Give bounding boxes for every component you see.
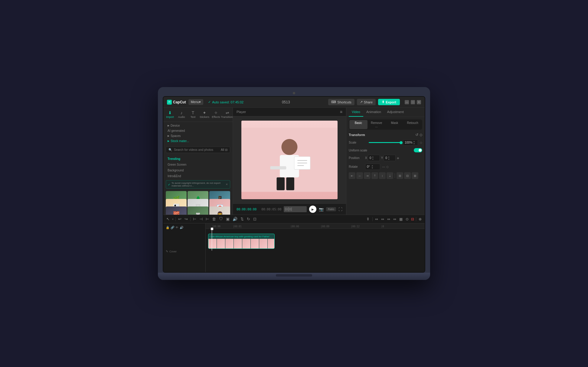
- fullscreen-icon[interactable]: ⛶: [338, 207, 342, 212]
- crop-btn[interactable]: ▣: [225, 216, 230, 222]
- position-x-input[interactable]: 0 ▲ ▼: [368, 155, 380, 161]
- align-tr-btn[interactable]: ⊠: [412, 172, 418, 179]
- pos-y-up[interactable]: ▲: [388, 156, 390, 158]
- video-clip[interactable]: Cute African-American boy with greeting …: [208, 234, 275, 249]
- subtab-basic[interactable]: Basic: [349, 120, 368, 129]
- align-vcenter-btn[interactable]: ↕: [379, 172, 386, 179]
- scale-slider[interactable]: [369, 142, 401, 143]
- close-button[interactable]: ✕: [417, 100, 421, 104]
- pos-x-down[interactable]: ▼: [372, 158, 374, 160]
- diamond-reset-icon[interactable]: ◇: [420, 133, 422, 137]
- toolbar-item-effects[interactable]: ✧ Effects: [211, 109, 221, 120]
- eye-icon[interactable]: 👁: [175, 226, 178, 229]
- crop-tl-btn[interactable]: ⊡: [253, 216, 257, 222]
- arrow-icon-2: ▶: [168, 135, 169, 137]
- volume-icon[interactable]: 🔊: [180, 226, 183, 229]
- toolbar-item-audio[interactable]: ♪ Audio: [176, 109, 187, 120]
- category-trending[interactable]: Trending: [166, 156, 230, 162]
- uniform-scale-toggle[interactable]: [414, 148, 422, 152]
- flip-btn[interactable]: ⇅: [240, 216, 244, 222]
- media-thumb-8[interactable]: ❤ ⬇: [188, 206, 208, 215]
- trim-right-btn[interactable]: ⊢: [205, 216, 210, 222]
- menu-button[interactable]: Menu▾: [188, 99, 204, 105]
- rotate-up[interactable]: ▲: [371, 164, 374, 167]
- toolbar-item-transitions[interactable]: ⇌ Transitions: [222, 109, 233, 120]
- tab-adjustment[interactable]: Adjustment: [384, 108, 407, 117]
- scale-input[interactable]: 100% ▲ ▼: [403, 139, 418, 146]
- tab-video[interactable]: Video: [349, 108, 363, 117]
- magnet-btn[interactable]: ⇔: [374, 216, 379, 222]
- rotate-keyframe-btn[interactable]: ◇: [386, 165, 389, 168]
- unlink-btn[interactable]: ⇔: [387, 216, 391, 222]
- mic-btn[interactable]: 🎙: [366, 216, 371, 222]
- audio-btn[interactable]: 🔊: [232, 216, 238, 222]
- scale-down-btn[interactable]: ▼: [413, 143, 415, 145]
- search-input[interactable]: [174, 148, 219, 151]
- align-tc-btn[interactable]: ⊟: [404, 172, 411, 179]
- link-btn[interactable]: ⇔: [381, 216, 385, 222]
- pos-y-down[interactable]: ▼: [388, 158, 390, 160]
- maximize-button[interactable]: □: [411, 100, 415, 104]
- undo-btn[interactable]: ↩: [178, 216, 182, 222]
- trim-left-btn[interactable]: ⊣: [199, 216, 203, 222]
- camera-icon[interactable]: 📷: [319, 207, 324, 212]
- freeze-btn[interactable]: ⊙: [405, 216, 409, 222]
- share-button[interactable]: ↗ Share: [357, 99, 376, 105]
- tab-animation[interactable]: Animation: [363, 108, 384, 117]
- rotate-minus-btn[interactable]: —: [382, 165, 385, 168]
- toolbar-item-text[interactable]: T Text: [188, 109, 198, 120]
- category-green-screen[interactable]: Green Screen: [166, 162, 230, 167]
- align-tl-btn[interactable]: ⊞: [397, 172, 403, 179]
- shield-btn[interactable]: ⛉: [218, 216, 224, 222]
- subtab-remove[interactable]: Remove ...: [368, 120, 386, 129]
- media-thumb-7[interactable]: 🧱 ⬇: [166, 206, 187, 215]
- toolbar-item-stickers[interactable]: ✦ Stickers: [199, 109, 210, 120]
- zoom-btn[interactable]: ⊕: [418, 216, 422, 222]
- timeline-cursor[interactable]: [212, 229, 212, 251]
- nav-item-spaces[interactable]: ▶ Spaces: [166, 133, 230, 138]
- nav-item-stock[interactable]: ▶ Stock mater...: [166, 138, 230, 144]
- link-icon[interactable]: 🔗: [171, 226, 174, 229]
- toolbar-item-import[interactable]: ⬇ Import: [165, 109, 175, 120]
- rotate-input[interactable]: 0° ▲ ▼: [365, 164, 380, 170]
- nav-item-device[interactable]: ▶ Device: [166, 123, 230, 128]
- player-menu-icon[interactable]: ≡: [340, 109, 342, 114]
- align-hcenter-btn[interactable]: ↔: [356, 172, 363, 179]
- pos-x-up[interactable]: ▲: [372, 156, 374, 158]
- subtab-mask[interactable]: Mask: [386, 120, 404, 129]
- scale-thumb[interactable]: [400, 141, 403, 144]
- media-thumb-9[interactable]: 👨 ⬇: [209, 206, 230, 215]
- filter-button[interactable]: All ⊟: [221, 148, 227, 151]
- align-top-btn[interactable]: ⇡: [371, 172, 378, 179]
- thumbnail-btn[interactable]: ▦: [399, 216, 403, 222]
- waveform[interactable]: [284, 206, 307, 212]
- split-audio-btn[interactable]: ⇔: [393, 216, 397, 222]
- position-y-input[interactable]: 0 ▲ ▼: [384, 155, 396, 161]
- rotate-tl-btn[interactable]: ↻: [246, 216, 251, 222]
- minimize-button[interactable]: —: [405, 100, 409, 104]
- export-button[interactable]: ⬆ Export: [378, 99, 400, 105]
- split-btn[interactable]: ⊢: [192, 216, 197, 222]
- shortcuts-button[interactable]: ⌨ Shortcuts: [328, 99, 354, 105]
- ratio-button[interactable]: Ratio: [326, 207, 336, 211]
- scale-keyframe-btn[interactable]: ◇: [420, 141, 422, 144]
- play-button[interactable]: ▶: [309, 206, 316, 213]
- lock-icon[interactable]: 🔒: [166, 226, 169, 229]
- delete-clip-btn[interactable]: ⊟: [411, 217, 414, 221]
- align-bottom-btn[interactable]: ⇣: [387, 172, 393, 179]
- reset-icon[interactable]: ↺: [415, 133, 418, 137]
- category-intro-end[interactable]: Intro&End: [166, 173, 230, 179]
- pos-keyframe-btn[interactable]: ◈: [397, 156, 399, 160]
- align-left-btn[interactable]: ⇤: [349, 172, 355, 179]
- scale-up-btn[interactable]: ▲: [413, 140, 415, 142]
- subtab-retouch[interactable]: Retouch: [403, 120, 422, 129]
- redo-btn[interactable]: ↪: [184, 216, 188, 222]
- rotate-down[interactable]: ▼: [371, 167, 374, 169]
- delete-btn[interactable]: 🗑: [211, 216, 217, 222]
- align-right-btn[interactable]: ⇥: [364, 172, 371, 179]
- notice-close-button[interactable]: ✕: [226, 183, 228, 186]
- cursor-dropdown[interactable]: ▾: [172, 218, 174, 221]
- cursor-tool-btn[interactable]: ↖: [166, 216, 170, 222]
- nav-item-ai[interactable]: AI generated: [166, 128, 230, 133]
- category-background[interactable]: Background: [166, 167, 230, 173]
